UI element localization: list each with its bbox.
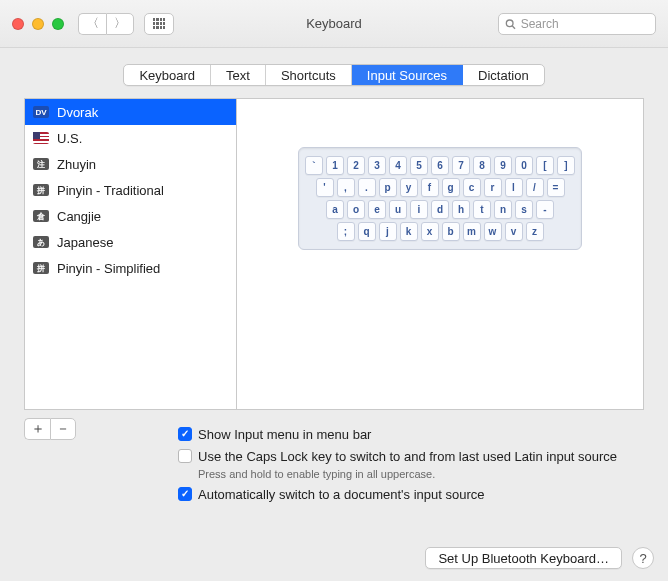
forward-button[interactable]: 〉 — [106, 13, 134, 35]
keyboard-key: d — [431, 200, 449, 219]
option-label: Show Input menu in menu bar — [198, 426, 371, 444]
search-input[interactable] — [521, 17, 649, 31]
keyboard-key: . — [358, 178, 376, 197]
keyboard-key: - — [536, 200, 554, 219]
keyboard-key: p — [379, 178, 397, 197]
chevron-right-icon: 〉 — [114, 15, 126, 32]
tab-bar: KeyboardTextShortcutsInput SourcesDictat… — [123, 64, 544, 86]
source-item[interactable]: 拼Pinyin - Traditional — [25, 177, 236, 203]
keyboard-key: ] — [557, 156, 575, 175]
keyboard-key: f — [421, 178, 439, 197]
keyboard-key: / — [526, 178, 544, 197]
keyboard-key: a — [326, 200, 344, 219]
keyboard-key: 2 — [347, 156, 365, 175]
svg-point-0 — [506, 19, 513, 26]
remove-source-button[interactable]: － — [50, 418, 76, 440]
keyboard-key: 7 — [452, 156, 470, 175]
source-flag-icon: DV — [33, 106, 49, 118]
checkbox-caps-lock[interactable] — [178, 449, 192, 463]
option-label: Automatically switch to a document's inp… — [198, 486, 484, 504]
zoom-icon[interactable] — [52, 18, 64, 30]
keyboard-key: q — [358, 222, 376, 241]
show-all-button[interactable] — [144, 13, 174, 35]
grid-icon — [153, 18, 165, 30]
keyboard-key: t — [473, 200, 491, 219]
bluetooth-keyboard-button[interactable]: Set Up Bluetooth Keyboard… — [425, 547, 622, 569]
content: DVDvorakU.S.注Zhuyin拼Pinyin - Traditional… — [0, 98, 668, 410]
keyboard-key: k — [400, 222, 418, 241]
keyboard-key: n — [494, 200, 512, 219]
keyboard-key: [ — [536, 156, 554, 175]
source-label: U.S. — [57, 131, 82, 146]
keyboard-key: i — [410, 200, 428, 219]
keyboard-key: z — [526, 222, 544, 241]
keyboard-key: o — [347, 200, 365, 219]
keyboard-key: ; — [337, 222, 355, 241]
minimize-icon[interactable] — [32, 18, 44, 30]
keyboard-key: x — [421, 222, 439, 241]
help-button[interactable]: ? — [632, 547, 654, 569]
tab-shortcuts[interactable]: Shortcuts — [266, 65, 352, 85]
keyboard-key: 9 — [494, 156, 512, 175]
keyboard-row: aoeuidhtns- — [305, 200, 575, 219]
source-label: Dvorak — [57, 105, 98, 120]
keyboard-layout: `1234567890[]',.pyfgcrl/=aoeuidhtns-;qjk… — [298, 147, 582, 250]
input-source-list[interactable]: DVDvorakU.S.注Zhuyin拼Pinyin - Traditional… — [24, 98, 236, 410]
option-caps-lock-switch[interactable]: Use the Caps Lock key to switch to and f… — [178, 448, 652, 466]
nav-buttons: 〈 〉 — [78, 13, 134, 35]
option-label: Use the Caps Lock key to switch to and f… — [198, 448, 617, 466]
keyboard-key: w — [484, 222, 502, 241]
window-title: Keyboard — [306, 16, 362, 31]
tab-input-sources[interactable]: Input Sources — [352, 65, 463, 85]
keyboard-key: ' — [316, 178, 334, 197]
svg-line-1 — [512, 26, 515, 29]
keyboard-key: = — [547, 178, 565, 197]
keyboard-key: r — [484, 178, 502, 197]
window-controls — [12, 18, 64, 30]
option-show-input-menu[interactable]: Show Input menu in menu bar — [178, 426, 652, 444]
close-icon[interactable] — [12, 18, 24, 30]
option-auto-switch[interactable]: Automatically switch to a document's inp… — [178, 486, 652, 504]
source-item[interactable]: 拼Pinyin - Simplified — [25, 255, 236, 281]
search-field[interactable] — [498, 13, 656, 35]
source-flag-icon: 拼 — [33, 262, 49, 274]
tabs-row: KeyboardTextShortcutsInput SourcesDictat… — [0, 48, 668, 98]
keyboard-key: b — [442, 222, 460, 241]
options-group: Show Input menu in menu bar Use the Caps… — [178, 426, 652, 508]
keyboard-key: 3 — [368, 156, 386, 175]
keyboard-key: 0 — [515, 156, 533, 175]
source-item[interactable]: U.S. — [25, 125, 236, 151]
source-flag-icon: 拼 — [33, 184, 49, 196]
source-flag-icon: 倉 — [33, 210, 49, 222]
source-item[interactable]: あJapanese — [25, 229, 236, 255]
keyboard-key: , — [337, 178, 355, 197]
source-item[interactable]: 倉Cangjie — [25, 203, 236, 229]
keyboard-key: e — [368, 200, 386, 219]
keyboard-key: v — [505, 222, 523, 241]
keyboard-key: u — [389, 200, 407, 219]
keyboard-key: g — [442, 178, 460, 197]
keyboard-key: h — [452, 200, 470, 219]
source-label: Pinyin - Traditional — [57, 183, 164, 198]
keyboard-row: `1234567890[] — [305, 156, 575, 175]
tab-text[interactable]: Text — [211, 65, 266, 85]
keyboard-key: y — [400, 178, 418, 197]
back-button[interactable]: 〈 — [78, 13, 106, 35]
source-item[interactable]: DVDvorak — [25, 99, 236, 125]
checkbox-show-input-menu[interactable] — [178, 427, 192, 441]
add-source-button[interactable]: ＋ — [24, 418, 50, 440]
source-flag-icon: 注 — [33, 158, 49, 170]
tab-keyboard[interactable]: Keyboard — [124, 65, 211, 85]
source-item[interactable]: 注Zhuyin — [25, 151, 236, 177]
source-flag-icon — [33, 132, 49, 144]
keyboard-key: 5 — [410, 156, 428, 175]
keyboard-key: 4 — [389, 156, 407, 175]
source-flag-icon: あ — [33, 236, 49, 248]
tab-dictation[interactable]: Dictation — [463, 65, 544, 85]
source-label: Cangjie — [57, 209, 101, 224]
source-label: Japanese — [57, 235, 113, 250]
checkbox-auto-switch[interactable] — [178, 487, 192, 501]
keyboard-row: ',.pyfgcrl/= — [305, 178, 575, 197]
keyboard-key: l — [505, 178, 523, 197]
keyboard-key: s — [515, 200, 533, 219]
